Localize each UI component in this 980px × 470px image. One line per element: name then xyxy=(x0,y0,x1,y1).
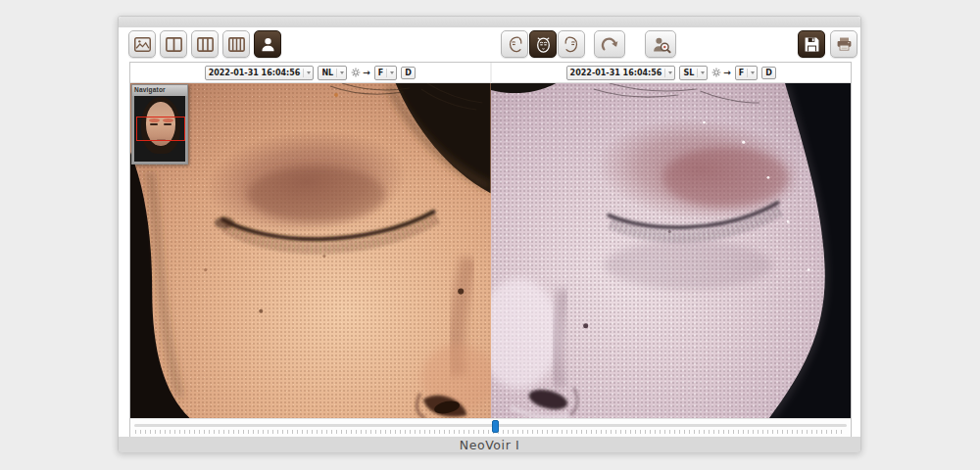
navigator-viewport-rect[interactable] xyxy=(136,117,185,141)
main-toolbar xyxy=(119,27,860,62)
save-icon xyxy=(804,36,820,53)
chevron-down-icon xyxy=(340,71,344,74)
left-f-value: F xyxy=(378,69,383,77)
left-panel-header: 2022-01-31 16:04:56 NL → F xyxy=(130,63,492,83)
left-light-mode-select[interactable]: NL xyxy=(318,66,347,80)
left-timestamp-select[interactable]: 2022-01-31 16:04:56 xyxy=(205,66,315,80)
navigator-thumbnail[interactable] xyxy=(134,96,185,162)
right-timestamp-value: 2022-01-31 16:04:56 xyxy=(570,69,662,77)
arrow-right-icon: → xyxy=(723,69,731,77)
left-f-select[interactable]: F xyxy=(374,66,397,80)
left-timestamp-value: 2022-01-31 16:04:56 xyxy=(209,69,301,77)
printer-icon xyxy=(836,36,853,52)
rotate-button[interactable] xyxy=(594,30,625,58)
window-title-strip xyxy=(119,17,860,27)
view-patient-button[interactable] xyxy=(254,30,281,58)
right-f-value: F xyxy=(739,69,744,77)
person-icon xyxy=(260,36,276,53)
view-four-pane-button[interactable] xyxy=(222,30,250,58)
view-two-pane-button[interactable] xyxy=(160,30,187,58)
right-d-button[interactable]: D xyxy=(761,67,776,79)
three-pane-icon xyxy=(197,37,214,52)
right-f-select[interactable]: F xyxy=(735,66,758,80)
view-three-pane-button[interactable] xyxy=(191,30,219,58)
chevron-down-icon xyxy=(701,71,705,74)
face-front-icon xyxy=(534,35,553,54)
window-footer: NeoVoir I xyxy=(119,437,860,452)
gear-icon xyxy=(711,64,721,81)
left-d-button[interactable]: D xyxy=(401,67,416,79)
right-image-specular-light[interactable] xyxy=(491,83,852,418)
two-pane-icon xyxy=(166,37,182,52)
face-left-icon xyxy=(506,35,524,54)
arrow-right-icon: → xyxy=(363,69,370,77)
left-image-normal-light[interactable]: Navigator xyxy=(130,83,491,418)
right-panel-header: 2022-01-31 16:04:56 SL → F xyxy=(492,63,852,83)
navigator-panel[interactable]: Navigator xyxy=(131,84,188,164)
slider-ticks xyxy=(135,430,846,434)
right-photo-detail xyxy=(491,83,852,418)
timeline-slider[interactable] xyxy=(130,418,851,437)
four-pane-icon xyxy=(228,37,245,52)
picture-icon xyxy=(134,37,151,52)
redo-arrow-icon xyxy=(601,36,619,53)
slider-handle[interactable] xyxy=(492,420,499,433)
person-search-icon xyxy=(651,35,671,54)
right-light-mode-select[interactable]: SL xyxy=(679,66,708,80)
left-light-mode-value: NL xyxy=(321,69,333,77)
gear-icon xyxy=(351,64,361,81)
view-single-button[interactable] xyxy=(128,30,156,58)
chevron-down-icon xyxy=(307,71,311,74)
face-front-button[interactable] xyxy=(529,30,557,58)
right-apply-settings-button[interactable]: → xyxy=(711,64,731,81)
viewer-area: 2022-01-31 16:04:56 NL → F xyxy=(129,62,852,437)
chevron-down-icon xyxy=(390,71,394,74)
left-apply-settings-button[interactable]: → xyxy=(351,64,370,81)
print-button[interactable] xyxy=(830,30,858,58)
navigator-title: Navigator xyxy=(132,85,187,96)
chevron-down-icon xyxy=(668,71,672,74)
image-compare-area: Navigator xyxy=(130,83,851,418)
face-left-button[interactable] xyxy=(501,30,528,58)
save-button[interactable] xyxy=(798,30,825,58)
right-light-mode-value: SL xyxy=(683,69,694,77)
right-timestamp-select[interactable]: 2022-01-31 16:04:56 xyxy=(566,66,676,80)
app-window: 2022-01-31 16:04:56 NL → F xyxy=(118,16,861,452)
face-right-icon xyxy=(563,35,581,54)
desktop-background: 2022-01-31 16:04:56 NL → F xyxy=(0,0,980,470)
slider-track[interactable] xyxy=(134,424,847,427)
patient-search-button[interactable] xyxy=(645,30,676,58)
brand-logo: NeoVoir I xyxy=(460,438,520,452)
face-right-button[interactable] xyxy=(558,30,585,58)
panel-headers: 2022-01-31 16:04:56 NL → F xyxy=(130,63,851,83)
chevron-down-icon xyxy=(751,71,755,74)
